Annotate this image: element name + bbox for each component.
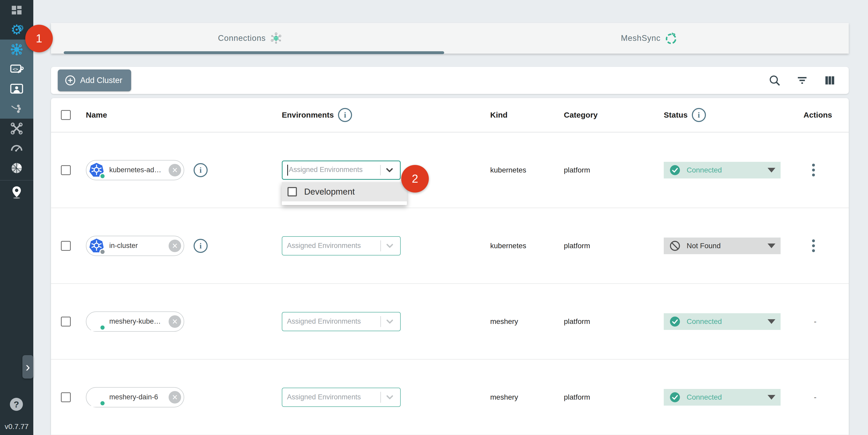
environment-option-label: Development <box>304 187 354 197</box>
performance-speedometer-icon <box>10 141 24 155</box>
add-cluster-label: Add Cluster <box>80 76 122 85</box>
help-button[interactable]: ? <box>10 398 23 411</box>
sidebar-item-performance[interactable] <box>0 138 33 158</box>
check-circle-icon <box>669 316 681 328</box>
select-all-checkbox[interactable] <box>61 110 71 120</box>
close-icon[interactable]: × <box>168 164 181 177</box>
connections-mesh-icon <box>9 42 24 57</box>
tab-connections[interactable]: Connections <box>51 23 450 54</box>
select-divider <box>380 392 381 403</box>
connection-chip[interactable]: in-cluster × <box>86 236 184 256</box>
table-tools <box>768 74 836 87</box>
connection-chip[interactable]: meshery-kubescop… × <box>86 311 184 332</box>
status-info-icon[interactable]: i <box>692 108 706 122</box>
column-header-kind: Kind <box>490 111 564 119</box>
sync-circle-icon <box>664 31 678 45</box>
connections-table: Name Environments i Kind Category Status… <box>51 98 849 435</box>
sidebar-divider <box>0 180 33 181</box>
sidebar-item-environment-pin[interactable] <box>0 182 33 202</box>
status-dot-icon <box>99 324 106 331</box>
chevron-down-icon[interactable] <box>384 316 395 327</box>
sidebar-expand-button[interactable]: › <box>22 355 33 378</box>
check-circle-icon <box>669 164 681 176</box>
connections-toolbar: Add Cluster <box>51 67 849 94</box>
category-value: platform <box>564 166 664 174</box>
sidebar: ⚙ ⚙ ▾ <box>0 0 33 435</box>
close-icon[interactable]: × <box>168 391 181 404</box>
environments-info-icon[interactable]: i <box>338 108 352 122</box>
connection-chip[interactable]: meshery-dain-6 × <box>86 387 184 407</box>
dashboard-grid-icon <box>10 4 23 17</box>
actions-empty: - <box>814 393 816 402</box>
connection-name: meshery-dain-6 <box>109 393 164 401</box>
meshery-app: ⚙ ⚙ ▾ <box>0 0 868 435</box>
table-row: in-cluster × i Assigned Environments kub… <box>51 208 849 284</box>
columns-icon[interactable] <box>823 74 836 87</box>
environments-select[interactable]: Assigned Environments <box>282 387 401 407</box>
connection-chip[interactable]: kubernetes-admin… × <box>86 160 184 180</box>
check-circle-icon <box>669 391 681 403</box>
user-avatar <box>89 389 104 405</box>
row-actions-menu-icon[interactable] <box>810 238 816 254</box>
connection-info-icon[interactable]: i <box>194 239 208 253</box>
select-divider <box>380 165 381 175</box>
status-label: Not Found <box>687 242 762 250</box>
mesh-network-icon <box>269 31 283 45</box>
filter-icon[interactable] <box>796 74 809 87</box>
development-checkbox[interactable] <box>287 187 297 196</box>
sidebar-item-adapters[interactable]: <> <box>0 59 33 79</box>
environments-select[interactable]: Assigned Environments <box>282 160 401 180</box>
row-checkbox[interactable] <box>61 241 71 251</box>
close-icon[interactable]: × <box>168 315 181 328</box>
status-dot-icon <box>99 249 106 255</box>
environments-select[interactable]: Assigned Environments <box>282 312 401 331</box>
connection-name: in-cluster <box>109 242 164 250</box>
row-checkbox[interactable] <box>61 165 71 175</box>
text-cursor <box>287 165 288 176</box>
row-checkbox[interactable] <box>61 392 71 402</box>
search-icon[interactable] <box>768 74 781 87</box>
environments-dropdown-menu: Development <box>282 182 407 205</box>
sidebar-item-extensions[interactable] <box>0 158 33 178</box>
add-cluster-button[interactable]: Add Cluster <box>58 69 131 91</box>
caret-down-icon <box>768 244 775 248</box>
adapters-code-wrench-icon: <> <box>10 62 24 76</box>
close-icon[interactable]: × <box>168 240 181 252</box>
table-row: kubernetes-admin… × i Assigned Environme… <box>51 132 849 208</box>
caret-down-icon <box>768 395 775 400</box>
topology-branch-icon <box>10 102 23 116</box>
status-label: Connected <box>687 393 762 401</box>
sidebar-item-dashboard[interactable] <box>0 0 33 20</box>
category-value: platform <box>564 242 664 250</box>
chevron-down-icon[interactable] <box>384 392 395 402</box>
environments-select[interactable]: Assigned Environments <box>282 236 401 255</box>
active-tab-indicator <box>64 51 444 54</box>
caret-down-icon <box>768 319 775 324</box>
sidebar-item-toolkit[interactable] <box>0 119 33 138</box>
tab-bar: Connections MeshSync <box>51 23 849 54</box>
status-dropdown[interactable]: Connected <box>664 313 781 330</box>
chevron-down-icon[interactable] <box>384 165 395 175</box>
chevron-down-icon[interactable] <box>384 241 395 251</box>
status-dropdown[interactable]: Connected <box>664 162 781 179</box>
tab-meshsync-label: MeshSync <box>621 34 661 43</box>
chevron-right-icon: › <box>26 359 30 375</box>
screen-user-icon <box>10 82 24 96</box>
sidebar-item-topology[interactable] <box>0 99 33 119</box>
column-header-category: Category <box>564 111 664 119</box>
question-mark-icon: ? <box>14 399 19 409</box>
location-pin-icon <box>10 185 23 199</box>
tab-meshsync[interactable]: MeshSync <box>450 23 849 54</box>
row-checkbox[interactable] <box>61 317 71 327</box>
tab-connections-label: Connections <box>218 34 266 43</box>
environment-option-development[interactable]: Development <box>282 182 407 201</box>
status-dropdown[interactable]: Not Found <box>664 238 781 254</box>
row-actions-menu-icon[interactable] <box>810 162 816 178</box>
kind-value: kubernetes <box>490 166 564 174</box>
sidebar-item-sessions[interactable] <box>0 79 33 99</box>
caret-down-icon <box>768 168 775 173</box>
kind-value: meshery <box>490 317 564 326</box>
connection-info-icon[interactable]: i <box>194 163 208 177</box>
category-value: platform <box>564 317 664 326</box>
status-dropdown[interactable]: Connected <box>664 389 781 406</box>
